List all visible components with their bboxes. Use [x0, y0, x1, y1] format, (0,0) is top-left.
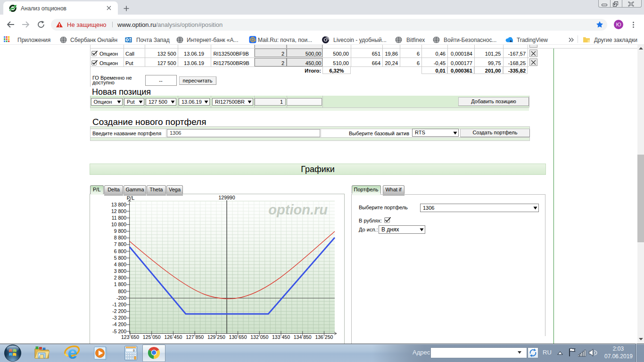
svg-text:5 800: 5 800 — [114, 255, 126, 261]
svg-text:-1 200: -1 200 — [112, 302, 126, 307]
svg-text:800: 800 — [118, 288, 126, 294]
svg-text:133 450: 133 450 — [272, 334, 290, 340]
svg-text:132 050: 132 050 — [250, 334, 268, 340]
svg-text:2 800: 2 800 — [114, 275, 126, 280]
svg-text:136 250: 136 250 — [315, 334, 333, 340]
svg-text:P/L: P/L — [127, 195, 135, 201]
svg-text:3 800: 3 800 — [114, 268, 126, 274]
svg-text:8 800: 8 800 — [114, 235, 126, 240]
svg-text:13 800: 13 800 — [111, 202, 126, 207]
svg-text:4 800: 4 800 — [114, 262, 126, 267]
svg-text:-3 200: -3 200 — [112, 315, 126, 321]
svg-text:7 800: 7 800 — [114, 241, 126, 247]
svg-text:129 250: 129 250 — [207, 334, 225, 340]
svg-text:0: 0 — [133, 349, 135, 353]
svg-text:127 850: 127 850 — [186, 334, 204, 340]
svg-text:-200: -200 — [116, 295, 126, 301]
svg-text:130 650: 130 650 — [229, 334, 247, 340]
svg-text:-2 200: -2 200 — [112, 308, 126, 314]
svg-text:1 800: 1 800 — [114, 281, 126, 287]
svg-text:126 450: 126 450 — [164, 334, 182, 340]
svg-text:11 800: 11 800 — [112, 215, 126, 221]
svg-text:e: e — [67, 345, 77, 362]
svg-text:-4 200: -4 200 — [112, 321, 126, 327]
svg-text:134 850: 134 850 — [294, 334, 312, 340]
svg-text:-5 200: -5 200 — [112, 329, 126, 334]
svg-text:123 650: 123 650 — [121, 334, 139, 340]
svg-text:129990: 129990 — [218, 195, 235, 200]
svg-text:option.ru: option.ru — [268, 202, 328, 217]
svg-text:9 800: 9 800 — [114, 228, 126, 234]
svg-text:12 800: 12 800 — [111, 208, 126, 214]
svg-text:10 800: 10 800 — [111, 222, 126, 227]
svg-text:125 050: 125 050 — [143, 334, 161, 340]
svg-text:6 800: 6 800 — [114, 248, 126, 254]
